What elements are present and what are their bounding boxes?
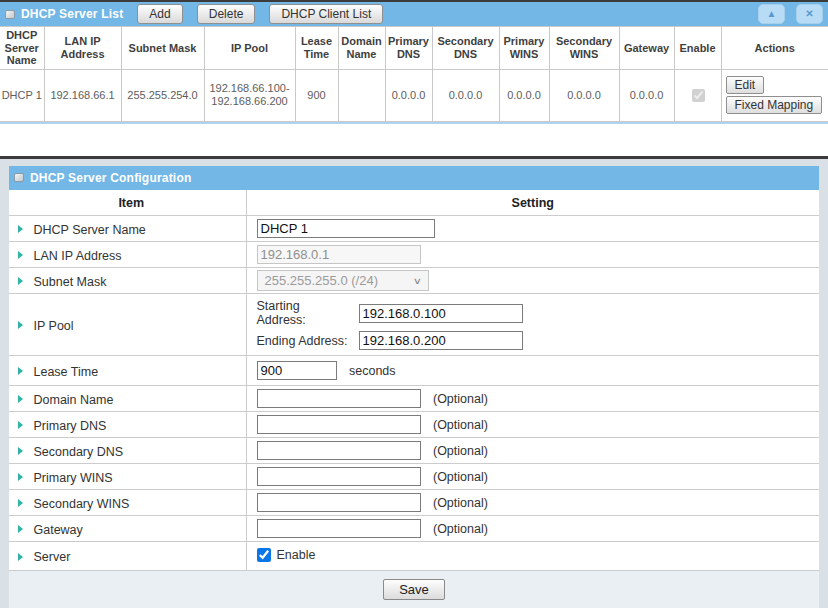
config-row-gateway: Gateway (Optional) <box>9 516 819 542</box>
dhcp-client-list-button[interactable]: DHCP Client List <box>269 4 383 24</box>
config-row-subnet-mask: Subnet Mask 255.255.255.0 (/24) ∨ <box>9 268 819 294</box>
chevron-down-icon: ∨ <box>413 276 422 286</box>
field-label: LAN IP Address <box>33 248 121 262</box>
field-bullet-icon <box>18 395 23 403</box>
edit-button[interactable]: Edit <box>726 76 765 94</box>
ending-address-input[interactable] <box>359 331 523 350</box>
ip-pool-end-line: Ending Address: <box>257 331 819 350</box>
dhcp-server-list-caption-bar: DHCP Server List Add Delete DHCP Client … <box>0 2 828 26</box>
dhcp-server-configuration-title: DHCP Server Configuration <box>30 171 191 185</box>
field-bullet-icon <box>18 321 23 329</box>
subnet-mask-selected-value: 255.255.255.0 (/24) <box>265 273 378 288</box>
dhcp-server-configuration-table: Item Setting DHCP Server Name LAN IP Add… <box>9 190 819 570</box>
field-label: Server <box>33 550 70 564</box>
setting-cell: Starting Address: Ending Address: <box>246 294 819 356</box>
col-header-lease-time: Lease Time <box>295 27 338 70</box>
field-label: Subnet Mask <box>33 274 106 288</box>
starting-address-input[interactable] <box>359 304 523 323</box>
cell-primary-dns: 0.0.0.0 <box>385 69 432 121</box>
lan-ip-address-input <box>257 245 421 264</box>
field-label: Primary DNS <box>33 418 106 432</box>
col-header-lan-ip-address: LAN IP Address <box>44 27 121 70</box>
domain-name-input[interactable] <box>257 389 421 408</box>
col-header-actions: Actions <box>721 27 828 70</box>
optional-note: (Optional) <box>433 444 488 458</box>
optional-note: (Optional) <box>433 522 488 536</box>
dhcp-server-list-panel: DHCP Server List Add Delete DHCP Client … <box>0 0 828 124</box>
collapse-arrow-icon: ▲ <box>767 9 777 19</box>
config-row-lease-time: Lease Time seconds <box>9 356 819 386</box>
close-panel-button[interactable]: ✕ <box>796 4 823 24</box>
lease-time-input[interactable] <box>257 361 337 380</box>
field-label: Primary WINS <box>33 470 112 484</box>
field-label: Gateway <box>33 522 82 536</box>
config-row-server: Server Enable <box>9 542 819 570</box>
item-label-cell: Gateway <box>9 516 246 542</box>
dhcp-server-name-input[interactable] <box>257 219 435 238</box>
dhcp-server-list-title: DHCP Server List <box>21 7 123 21</box>
item-label-cell: DHCP Server Name <box>9 216 246 242</box>
cell-lan-ip: 192.168.66.1 <box>44 69 121 121</box>
field-bullet-icon <box>18 553 23 561</box>
close-icon: ✕ <box>805 9 813 19</box>
item-label-cell: Secondary DNS <box>9 438 246 464</box>
setting-cell: (Optional) <box>246 516 819 542</box>
config-row-primary-wins: Primary WINS (Optional) <box>9 464 819 490</box>
config-row-primary-dns: Primary DNS (Optional) <box>9 412 819 438</box>
config-header-row: Item Setting <box>9 190 819 216</box>
field-bullet-icon <box>18 421 23 429</box>
server-enable-checkbox[interactable] <box>257 548 271 562</box>
col-header-primary-wins: Primary WINS <box>499 27 549 70</box>
cell-enable <box>674 69 721 121</box>
save-button[interactable]: Save <box>383 579 445 600</box>
primary-dns-input[interactable] <box>257 415 421 434</box>
cell-secondary-wins: 0.0.0.0 <box>549 69 619 121</box>
panel-bullet-icon <box>14 173 24 182</box>
primary-wins-input[interactable] <box>257 467 421 486</box>
cell-lease-time: 900 <box>295 69 338 121</box>
add-button[interactable]: Add <box>137 4 182 24</box>
col-header-ip-pool: IP Pool <box>204 27 295 70</box>
ip-pool-start-line: Starting Address: <box>257 299 819 327</box>
server-enable-group: Enable <box>257 548 316 562</box>
col-header-domain-name: Domain Name <box>338 27 385 70</box>
item-label-cell: Secondary WINS <box>9 490 246 516</box>
item-label-cell: Primary DNS <box>9 412 246 438</box>
config-footer: Save <box>9 570 819 608</box>
item-column-header: Item <box>9 190 246 216</box>
item-label-cell: Domain Name <box>9 386 246 412</box>
panel-bullet-icon <box>5 10 15 19</box>
item-label-cell: LAN IP Address <box>9 242 246 268</box>
item-label-cell: Subnet Mask <box>9 268 246 294</box>
field-label: Secondary DNS <box>33 444 123 458</box>
col-header-dhcp-server-name: DHCP Server Name <box>0 27 44 70</box>
lease-time-unit-label: seconds <box>349 364 396 378</box>
col-header-subnet-mask: Subnet Mask <box>121 27 204 70</box>
secondary-wins-input[interactable] <box>257 493 421 512</box>
col-header-secondary-wins: Secondary WINS <box>549 27 619 70</box>
setting-cell: (Optional) <box>246 438 819 464</box>
starting-address-label: Starting Address: <box>257 299 351 327</box>
setting-cell <box>246 216 819 242</box>
cell-subnet-mask: 255.255.254.0 <box>121 69 204 121</box>
optional-note: (Optional) <box>433 496 488 510</box>
cell-primary-wins: 0.0.0.0 <box>499 69 549 121</box>
delete-button[interactable]: Delete <box>197 4 256 24</box>
field-bullet-icon <box>18 525 23 533</box>
item-label-cell: Server <box>9 542 246 570</box>
item-label-cell: Primary WINS <box>9 464 246 490</box>
config-row-secondary-dns: Secondary DNS (Optional) <box>9 438 819 464</box>
cell-domain-name <box>338 69 385 121</box>
subnet-mask-select: 255.255.255.0 (/24) ∨ <box>257 270 429 291</box>
item-label-cell: IP Pool <box>9 294 246 356</box>
dhcp-server-configuration-panel: DHCP Server Configuration Item Setting D… <box>0 156 828 608</box>
setting-cell: 255.255.255.0 (/24) ∨ <box>246 268 819 294</box>
fixed-mapping-button[interactable]: Fixed Mapping <box>726 96 823 114</box>
secondary-dns-input[interactable] <box>257 441 421 460</box>
gateway-input[interactable] <box>257 519 421 538</box>
optional-note: (Optional) <box>433 392 488 406</box>
config-row-secondary-wins: Secondary WINS (Optional) <box>9 490 819 516</box>
collapse-panel-button[interactable]: ▲ <box>758 4 785 24</box>
field-bullet-icon <box>18 499 23 507</box>
config-row-domain-name: Domain Name (Optional) <box>9 386 819 412</box>
